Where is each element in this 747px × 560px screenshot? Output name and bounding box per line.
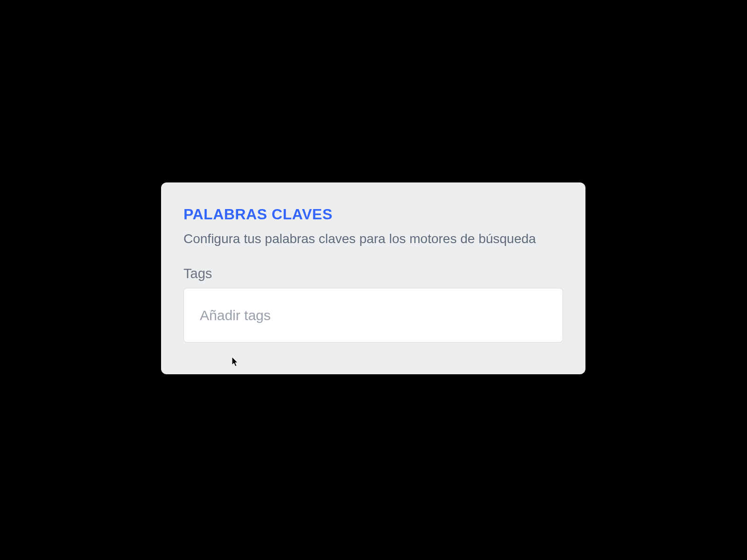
- card-subtitle: Configura tus palabras claves para los m…: [183, 231, 563, 246]
- tags-input[interactable]: [183, 288, 563, 343]
- keywords-card: PALABRAS CLAVES Configura tus palabras c…: [161, 182, 585, 374]
- tags-label: Tags: [183, 266, 563, 281]
- card-title: PALABRAS CLAVES: [183, 206, 563, 223]
